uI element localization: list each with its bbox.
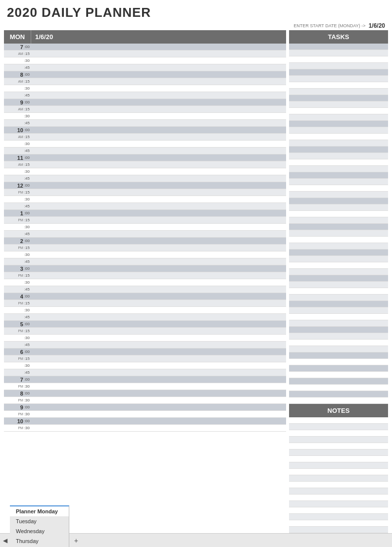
schedule-cell[interactable]: [31, 154, 286, 161]
task-row[interactable]: [289, 237, 388, 243]
note-row[interactable]: [289, 437, 388, 443]
task-row[interactable]: [289, 134, 388, 140]
task-row[interactable]: [289, 301, 388, 307]
schedule-cell[interactable]: [31, 321, 286, 327]
schedule-cell[interactable]: [31, 390, 286, 397]
task-row[interactable]: [289, 217, 388, 224]
schedule-cell[interactable]: [31, 286, 286, 293]
task-row[interactable]: [289, 198, 388, 204]
task-row[interactable]: [289, 295, 388, 301]
schedule-cell[interactable]: [31, 245, 286, 251]
schedule-cell[interactable]: [31, 314, 286, 320]
task-row[interactable]: [289, 385, 388, 391]
tab-planner-monday[interactable]: Planner Monday: [10, 505, 69, 516]
task-row[interactable]: [289, 44, 388, 50]
task-row[interactable]: [289, 56, 388, 63]
task-row[interactable]: [289, 108, 388, 114]
task-row[interactable]: [289, 127, 388, 134]
note-row[interactable]: [289, 495, 388, 501]
schedule-cell[interactable]: [31, 189, 286, 196]
note-row[interactable]: [289, 527, 388, 533]
note-row[interactable]: [289, 430, 388, 437]
tab-scroll-left[interactable]: ◀: [0, 537, 10, 544]
schedule-cell[interactable]: [31, 265, 286, 272]
schedule-cell[interactable]: [31, 113, 286, 119]
task-row[interactable]: [289, 327, 388, 333]
task-row[interactable]: [289, 82, 388, 89]
task-row[interactable]: [289, 282, 388, 288]
schedule-cell[interactable]: [31, 404, 286, 410]
schedule-cell[interactable]: [31, 397, 286, 403]
schedule-cell[interactable]: [31, 148, 286, 154]
schedule-cell[interactable]: [31, 418, 286, 424]
schedule-cell[interactable]: [31, 168, 286, 175]
task-row[interactable]: [289, 256, 388, 262]
task-row[interactable]: [289, 359, 388, 365]
task-row[interactable]: [289, 204, 388, 211]
task-row[interactable]: [289, 153, 388, 159]
note-row[interactable]: [289, 507, 388, 514]
schedule-cell[interactable]: [31, 238, 286, 244]
schedule-cell[interactable]: [31, 50, 286, 57]
schedule-cell[interactable]: [31, 71, 286, 78]
task-row[interactable]: [289, 391, 388, 398]
schedule-cell[interactable]: [31, 99, 286, 105]
task-row[interactable]: [289, 172, 388, 179]
schedule-cell[interactable]: [31, 376, 286, 383]
schedule-cell[interactable]: [31, 175, 286, 182]
task-row[interactable]: [289, 333, 388, 340]
task-row[interactable]: [289, 352, 388, 359]
schedule-cell[interactable]: [31, 203, 286, 209]
schedule-cell[interactable]: [31, 182, 286, 189]
schedule-cell[interactable]: [31, 362, 286, 369]
note-row[interactable]: [289, 443, 388, 449]
task-row[interactable]: [289, 101, 388, 108]
schedule-cell[interactable]: [31, 78, 286, 85]
task-row[interactable]: [289, 346, 388, 352]
note-row[interactable]: [289, 456, 388, 462]
task-row[interactable]: [289, 340, 388, 346]
task-row[interactable]: [289, 262, 388, 269]
task-row[interactable]: [289, 76, 388, 82]
task-row[interactable]: [289, 63, 388, 69]
tab-tuesday[interactable]: Tuesday: [10, 516, 69, 526]
schedule-cell[interactable]: [31, 348, 286, 355]
task-row[interactable]: [289, 288, 388, 295]
task-row[interactable]: [289, 166, 388, 172]
task-row[interactable]: [289, 398, 388, 404]
task-row[interactable]: [289, 365, 388, 372]
task-row[interactable]: [289, 114, 388, 121]
task-row[interactable]: [289, 179, 388, 185]
schedule-cell[interactable]: [31, 383, 286, 390]
task-row[interactable]: [289, 320, 388, 327]
note-row[interactable]: [289, 462, 388, 469]
task-row[interactable]: [289, 211, 388, 217]
note-row[interactable]: [289, 475, 388, 482]
task-row[interactable]: [289, 121, 388, 127]
task-row[interactable]: [289, 147, 388, 153]
schedule-cell[interactable]: [31, 64, 286, 71]
schedule-cell[interactable]: [31, 231, 286, 237]
schedule-cell[interactable]: [31, 196, 286, 202]
task-row[interactable]: [289, 314, 388, 320]
note-row[interactable]: [289, 514, 388, 520]
note-row[interactable]: [289, 417, 388, 424]
schedule-cell[interactable]: [31, 120, 286, 126]
task-row[interactable]: [289, 224, 388, 230]
schedule-cell[interactable]: [31, 134, 286, 140]
schedule-cell[interactable]: [31, 92, 286, 99]
task-row[interactable]: [289, 243, 388, 249]
schedule-cell[interactable]: [31, 57, 286, 64]
schedule-cell[interactable]: [31, 307, 286, 313]
schedule-cell[interactable]: [31, 224, 286, 230]
task-row[interactable]: [289, 275, 388, 282]
tab-wednesday[interactable]: Wednesday: [10, 526, 69, 536]
task-row[interactable]: [289, 378, 388, 385]
schedule-cell[interactable]: [31, 127, 286, 133]
add-tab-button[interactable]: +: [70, 535, 82, 547]
schedule-cell[interactable]: [31, 279, 286, 286]
task-row[interactable]: [289, 89, 388, 95]
task-row[interactable]: [289, 50, 388, 56]
schedule-cell[interactable]: [31, 141, 286, 147]
task-row[interactable]: [289, 185, 388, 192]
